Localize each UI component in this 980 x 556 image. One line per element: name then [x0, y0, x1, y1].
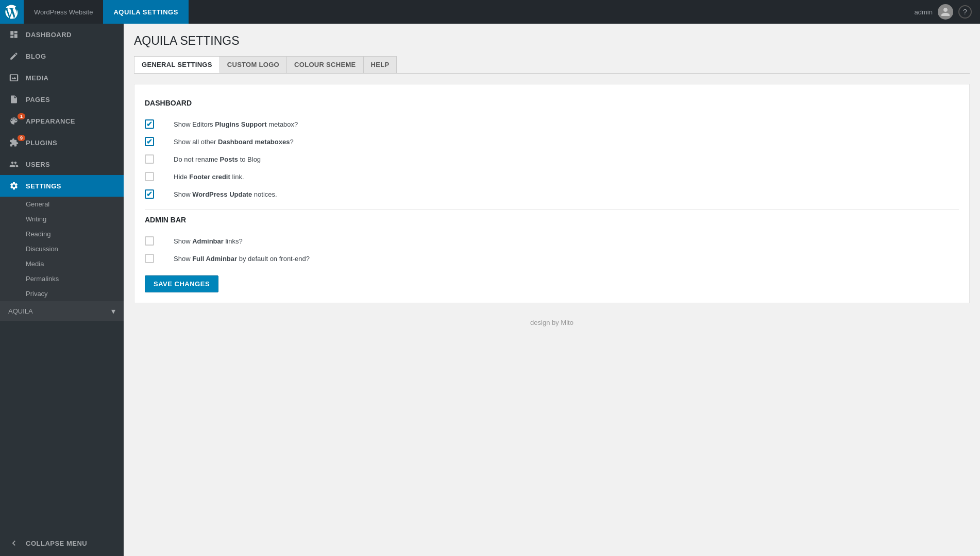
appearance-badge: 1	[18, 113, 25, 119]
rename-posts-label: Do not rename Posts to Blog	[174, 155, 959, 163]
rename-posts-checkbox[interactable]	[145, 154, 154, 164]
settings-submenu: General Writing Reading Discussion Media…	[0, 197, 124, 321]
sidebar-item-label-appearance: APPEARANCE	[26, 117, 75, 125]
collapse-menu-label: COLLAPSE MENU	[26, 540, 87, 547]
settings-icon	[8, 180, 20, 192]
footer-credit-label: Hide Footer credit link.	[174, 173, 959, 181]
tabs: GENERAL SETTINGS CUSTOM LOGO COLOUR SCHE…	[134, 56, 970, 74]
sidebar-item-users[interactable]: USERS	[0, 153, 124, 175]
adminbar-section-title: ADMIN BAR	[145, 216, 959, 224]
sidebar-item-dashboard[interactable]: DASHBOARD	[0, 24, 124, 45]
submenu-aquila[interactable]: AQUILA ▾	[0, 301, 124, 321]
plugins-support-check-cell	[145, 119, 165, 129]
admin-username: admin	[915, 8, 933, 16]
plugins-badge: 9	[18, 135, 25, 141]
dashboard-metaboxes-checkbox[interactable]	[145, 137, 154, 146]
sidebar-item-label-media: MEDIA	[26, 74, 48, 82]
tab-general-settings[interactable]: GENERAL SETTINGS	[134, 56, 220, 73]
sidebar-item-label-dashboard: DASHBOARD	[26, 31, 72, 39]
sidebar-item-plugins[interactable]: PLUGINS 9	[0, 132, 124, 153]
footer-credit-check-cell	[145, 172, 165, 181]
footer-credit-checkbox[interactable]	[145, 172, 154, 181]
submenu-general[interactable]: General	[0, 197, 124, 212]
adminbar-links-check-cell	[145, 236, 165, 246]
media-icon	[8, 72, 20, 83]
aquila-chevron-icon: ▾	[111, 306, 115, 316]
tab-custom-logo[interactable]: CUSTOM LOGO	[219, 56, 287, 73]
sidebar-item-appearance[interactable]: APPEARANCE 1	[0, 110, 124, 132]
plugins-support-checkbox[interactable]	[145, 119, 154, 129]
wp-logo[interactable]	[0, 0, 24, 24]
full-adminbar-label: Show Full Adminbar by default on front-e…	[174, 255, 959, 263]
submenu-aquila-label: AQUILA	[8, 307, 33, 315]
rename-posts-check-cell	[145, 154, 165, 164]
full-adminbar-check-cell	[145, 254, 165, 263]
setting-full-adminbar: Show Full Adminbar by default on front-e…	[145, 250, 959, 267]
tab-colour-scheme[interactable]: COLOUR SCHEME	[286, 56, 363, 73]
dashboard-icon	[8, 29, 20, 40]
sidebar: DASHBOARD BLOG MEDIA PA	[0, 24, 124, 556]
sidebar-item-label-pages: PAGES	[26, 96, 50, 103]
sidebar-item-blog[interactable]: BLOG	[0, 45, 124, 67]
submenu-discussion[interactable]: Discussion	[0, 241, 124, 256]
sidebar-item-pages[interactable]: PAGES	[0, 89, 124, 110]
avatar[interactable]	[938, 4, 953, 20]
submenu-permalinks[interactable]: Permalinks	[0, 271, 124, 286]
users-icon	[8, 159, 20, 170]
dashboard-metaboxes-label: Show all other Dashboard metaboxes?	[174, 138, 959, 146]
content-area: AQUILA SETTINGS GENERAL SETTINGS CUSTOM …	[124, 24, 980, 556]
tab-help[interactable]: HELP	[363, 56, 397, 73]
wp-update-checkbox[interactable]	[145, 189, 154, 199]
submenu-writing[interactable]: Writing	[0, 212, 124, 227]
help-icon[interactable]: ?	[958, 5, 972, 19]
setting-wp-update: Show WordPress Update notices.	[145, 185, 959, 203]
submenu-media[interactable]: Media	[0, 256, 124, 271]
sidebar-item-label-blog: BLOG	[26, 53, 46, 60]
pages-icon	[8, 94, 20, 105]
submenu-privacy[interactable]: Privacy	[0, 286, 124, 301]
setting-dashboard-metaboxes: Show all other Dashboard metaboxes?	[145, 133, 959, 150]
setting-adminbar-links: Show Adminbar links?	[145, 232, 959, 250]
collapse-icon	[8, 537, 20, 549]
dashboard-metaboxes-check-cell	[145, 137, 165, 146]
footer-credit-text: design by Mito	[134, 314, 970, 326]
setting-rename-posts: Do not rename Posts to Blog	[145, 150, 959, 168]
setting-footer-credit: Hide Footer credit link.	[145, 168, 959, 185]
wp-update-label: Show WordPress Update notices.	[174, 190, 959, 198]
plugins-support-label: Show Editors Plugins Support metabox?	[174, 120, 959, 128]
section-divider	[145, 209, 959, 210]
adminbar-links-checkbox[interactable]	[145, 236, 154, 246]
setting-plugins-support: Show Editors Plugins Support metabox?	[145, 115, 959, 133]
blog-icon	[8, 50, 20, 62]
admin-bar: WordPress Website AQUILA SETTINGS admin …	[0, 0, 980, 24]
sidebar-item-settings[interactable]: SETTINGS	[0, 175, 124, 197]
sidebar-nav: DASHBOARD BLOG MEDIA PA	[0, 24, 124, 530]
current-page-label: AQUILA SETTINGS	[103, 0, 188, 24]
sidebar-item-label-users: USERS	[26, 161, 50, 168]
dashboard-section-title: DASHBOARD	[145, 99, 959, 107]
wp-update-check-cell	[145, 189, 165, 199]
settings-panel: DASHBOARD Show Editors Plugins Support m…	[134, 84, 970, 303]
collapse-menu-button[interactable]: COLLAPSE MENU	[0, 530, 124, 556]
submenu-reading[interactable]: Reading	[0, 227, 124, 241]
sidebar-item-label-settings: SETTINGS	[26, 182, 61, 190]
full-adminbar-checkbox[interactable]	[145, 254, 154, 263]
adminbar-links-label: Show Adminbar links?	[174, 237, 959, 245]
sidebar-item-label-plugins: PLUGINS	[26, 139, 57, 147]
save-changes-button[interactable]: SAVE CHANGES	[145, 275, 218, 292]
main-layout: DASHBOARD BLOG MEDIA PA	[0, 24, 980, 556]
admin-bar-nav: WordPress Website AQUILA SETTINGS	[24, 0, 189, 24]
admin-bar-right: admin ?	[915, 4, 980, 20]
site-name[interactable]: WordPress Website	[24, 8, 103, 16]
page-title: AQUILA SETTINGS	[134, 34, 970, 48]
sidebar-item-media[interactable]: MEDIA	[0, 67, 124, 89]
